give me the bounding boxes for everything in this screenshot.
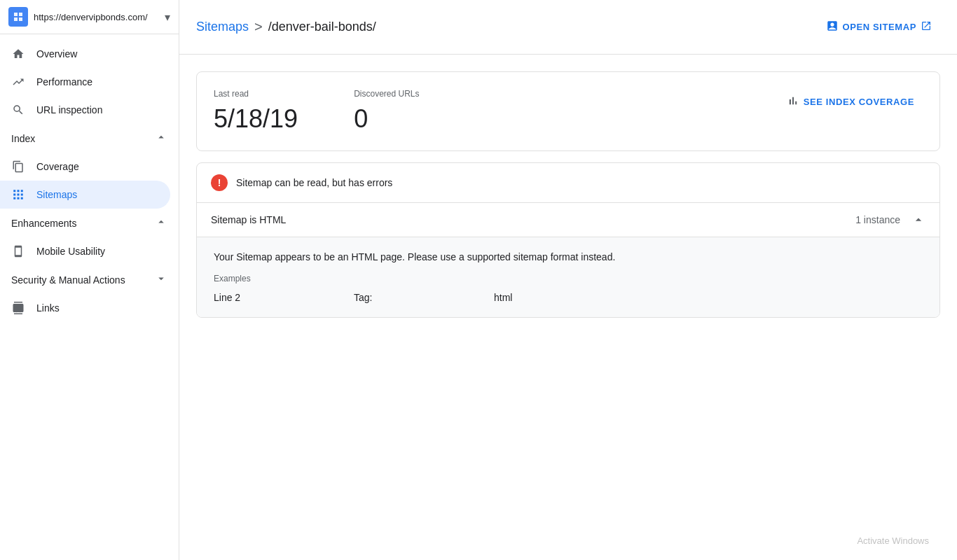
example-row: Line 2 Tag: html: [214, 292, 923, 303]
sidebar-item-performance[interactable]: Performance: [0, 68, 170, 96]
external-link-icon: [921, 20, 932, 34]
svg-rect-2: [19, 13, 22, 16]
svg-rect-1: [14, 13, 18, 16]
last-read-value: 5/18/19: [214, 104, 298, 134]
links-icon: [11, 301, 25, 315]
sitemaps-icon: [11, 188, 25, 202]
svg-rect-0: [12, 10, 25, 23]
sidebar-nav: Overview Performance URL inspection Inde…: [0, 34, 179, 328]
error-row[interactable]: Sitemap is HTML 1 instance: [197, 203, 939, 237]
sidebar-item-mobile-usability[interactable]: Mobile Usability: [0, 237, 170, 265]
error-card: ! Sitemap can be read, but has errors Si…: [196, 162, 940, 318]
error-card-header: ! Sitemap can be read, but has errors: [197, 163, 939, 203]
stats-row: Last read 5/18/19 Discovered URLs 0 SEE …: [214, 89, 923, 134]
trending-up-icon: [11, 75, 25, 89]
home-icon: [11, 47, 25, 61]
error-circle-icon: !: [211, 174, 228, 191]
enhancements-section-label: Enhancements: [11, 218, 76, 229]
stats-card: Last read 5/18/19 Discovered URLs 0 SEE …: [196, 71, 940, 151]
site-url: https://denvervipbonds.com/: [34, 12, 159, 22]
error-row-right: 1 instance: [855, 213, 925, 227]
search-icon: [11, 103, 25, 117]
discovered-urls-stat: Discovered URLs 0: [354, 89, 419, 134]
index-coverage-bar-chart-icon: [787, 94, 799, 109]
see-index-coverage-button[interactable]: SEE INDEX COVERAGE: [778, 89, 923, 115]
expand-button[interactable]: [911, 213, 925, 227]
instance-count: 1 instance: [855, 214, 900, 225]
index-collapse-icon: [155, 131, 167, 146]
sidebar-item-mobile-usability-label: Mobile Usability: [36, 246, 105, 257]
svg-rect-3: [14, 18, 18, 21]
sidebar-item-coverage-label: Coverage: [36, 161, 79, 172]
security-section-label: Security & Manual Actions: [11, 274, 125, 286]
breadcrumb-current-path: /denver-bail-bonds/: [268, 20, 376, 34]
sidebar-item-links-label: Links: [36, 302, 60, 314]
content-area: Sitemaps > /denver-bail-bonds/ OPEN SITE…: [179, 0, 957, 560]
breadcrumb: Sitemaps > /denver-bail-bonds/: [196, 19, 376, 35]
discovered-urls-label: Discovered URLs: [354, 89, 419, 99]
security-section-header[interactable]: Security & Manual Actions: [0, 265, 179, 294]
sidebar-item-coverage[interactable]: Coverage: [0, 153, 170, 181]
enhancements-collapse-icon: [155, 216, 167, 230]
index-section-header[interactable]: Index: [0, 124, 179, 153]
see-index-coverage-label: SEE INDEX COVERAGE: [804, 97, 914, 107]
sidebar-item-overview[interactable]: Overview: [0, 40, 170, 68]
index-section-label: Index: [11, 133, 35, 144]
open-sitemap-label: OPEN SITEMAP: [843, 22, 916, 32]
content-header: Sitemaps > /denver-bail-bonds/ OPEN SITE…: [179, 0, 957, 55]
discovered-urls-value: 0: [354, 104, 419, 134]
last-read-stat: Last read 5/18/19: [214, 89, 298, 134]
url-selector[interactable]: https://denvervipbonds.com/ ▾: [0, 0, 179, 34]
sidebar-item-url-inspection[interactable]: URL inspection: [0, 96, 170, 124]
example-tag-label: Tag:: [354, 292, 438, 303]
sidebar-item-performance-label: Performance: [36, 76, 92, 88]
cards-container: Last read 5/18/19 Discovered URLs 0 SEE …: [179, 55, 957, 335]
error-detail: Your Sitemap appears to be an HTML page.…: [197, 237, 939, 317]
error-row-label: Sitemap is HTML: [211, 214, 286, 225]
error-summary: Sitemap can be read, but has errors: [236, 177, 392, 188]
sidebar-item-links[interactable]: Links: [0, 294, 170, 322]
error-detail-text: Your Sitemap appears to be an HTML page.…: [214, 251, 923, 262]
sidebar-item-sitemaps-label: Sitemaps: [36, 189, 77, 200]
breadcrumb-sitemaps-link[interactable]: Sitemaps: [196, 20, 249, 34]
bar-chart-icon: [826, 20, 839, 34]
sidebar-item-overview-label: Overview: [36, 48, 77, 59]
last-read-label: Last read: [214, 89, 298, 99]
coverage-icon: [11, 160, 25, 174]
activate-windows-watermark: Activate Windows: [857, 536, 929, 546]
smartphone-icon: [11, 244, 25, 258]
sidebar-item-url-inspection-label: URL inspection: [36, 104, 102, 115]
url-chevron-icon: ▾: [165, 10, 170, 24]
examples-label: Examples: [214, 274, 923, 284]
example-tag-value: html: [494, 292, 578, 303]
open-sitemap-button[interactable]: OPEN SITEMAP: [818, 14, 940, 40]
site-icon: [8, 7, 28, 27]
sidebar-item-sitemaps[interactable]: Sitemaps: [0, 181, 170, 209]
enhancements-section-header[interactable]: Enhancements: [0, 209, 179, 237]
security-collapse-icon: [155, 272, 167, 287]
example-line-label: Line 2: [214, 292, 298, 303]
sidebar: https://denvervipbonds.com/ ▾ Overview P…: [0, 0, 179, 560]
svg-rect-4: [19, 18, 22, 21]
breadcrumb-separator: >: [254, 19, 263, 35]
